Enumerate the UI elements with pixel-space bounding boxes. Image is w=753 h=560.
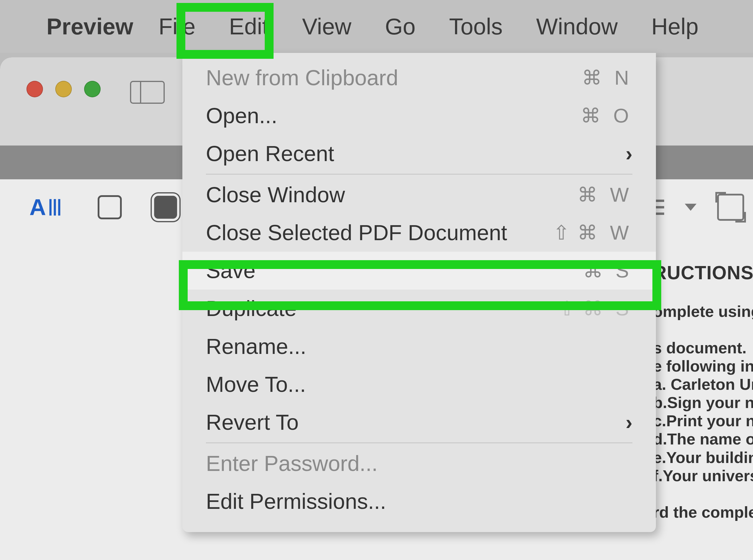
shift-key-icon	[553, 221, 573, 244]
menu-enter-password[interactable]: Enter Password...	[182, 444, 656, 482]
chevron-right-icon: ›	[626, 142, 632, 165]
fullscreen-icon[interactable]	[717, 194, 744, 221]
menu-revert-to[interactable]: Revert To ›	[182, 403, 656, 441]
menu-separator	[206, 442, 632, 443]
chevron-down-icon[interactable]	[685, 204, 697, 211]
text-selection-tool-icon[interactable]: A꠲	[30, 194, 65, 221]
menu-view[interactable]: View	[294, 7, 360, 46]
rectangular-selection-tool-icon[interactable]	[98, 195, 122, 219]
chevron-right-icon: ›	[626, 411, 632, 434]
menu-edit-permissions[interactable]: Edit Permissions...	[182, 482, 656, 520]
menu-move-to[interactable]: Move To...	[182, 365, 656, 403]
menu-rename[interactable]: Rename...	[182, 327, 656, 365]
shift-key-icon	[559, 297, 579, 320]
menu-separator	[206, 174, 632, 175]
instant-alpha-tool-icon[interactable]	[154, 196, 177, 219]
menu-open[interactable]: Open... ⌘ O	[182, 97, 656, 135]
menubar: Preview File Edit View Go Tools Window H…	[0, 0, 753, 53]
menu-file[interactable]: File	[150, 7, 204, 46]
menu-duplicate[interactable]: Duplicate ⌘ S	[182, 289, 656, 327]
sidebar-toggle-icon[interactable]	[130, 81, 165, 104]
app-name[interactable]: Preview	[46, 13, 133, 40]
menu-open-recent[interactable]: Open Recent ›	[182, 135, 656, 173]
menu-window[interactable]: Window	[528, 7, 626, 46]
toolbar-right	[646, 179, 753, 235]
menu-help[interactable]: Help	[643, 7, 707, 46]
document-text: RUCTIONS: omplete using a s document. e …	[653, 244, 753, 539]
minimize-window-button[interactable]	[55, 81, 72, 97]
menu-new-from-clipboard[interactable]: New from Clipboard ⌘ N	[182, 59, 656, 97]
menu-edit[interactable]: Edit	[221, 7, 277, 46]
zoom-window-button[interactable]	[84, 81, 101, 97]
menu-close-selected-pdf[interactable]: Close Selected PDF Document ⌘ W	[182, 214, 656, 252]
close-window-button[interactable]	[26, 81, 43, 97]
menu-close-window[interactable]: Close Window ⌘ W	[182, 176, 656, 214]
menu-go[interactable]: Go	[377, 7, 424, 46]
menu-save[interactable]: Save ⌘ S	[182, 252, 656, 289]
file-menu-dropdown: New from Clipboard ⌘ N Open... ⌘ O Open …	[182, 53, 656, 532]
window-controls	[26, 81, 101, 97]
menu-tools[interactable]: Tools	[441, 7, 511, 46]
